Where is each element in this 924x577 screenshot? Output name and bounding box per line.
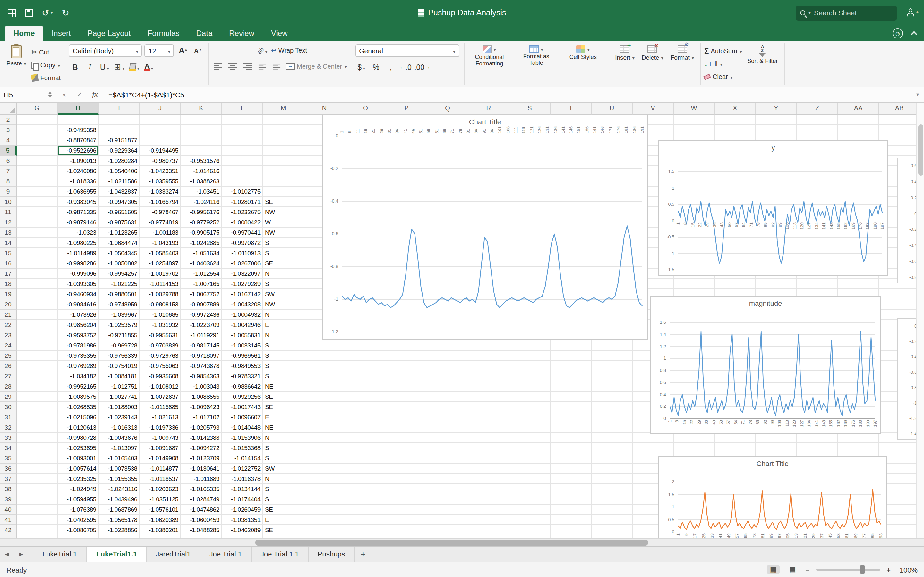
cell[interactable]: -1.0118537 [140, 474, 181, 484]
cell[interactable]: -1.0388263 [181, 176, 222, 187]
cell[interactable]: -0.9748959 [99, 300, 140, 309]
cell[interactable]: -1.014154 [222, 453, 263, 464]
cell[interactable] [140, 115, 181, 125]
cell[interactable]: -1.012554 [181, 269, 222, 279]
cell[interactable] [838, 279, 879, 289]
cell[interactable]: -1.0594955 [58, 494, 99, 504]
cell[interactable] [591, 412, 633, 422]
borders-button[interactable]: ⊞ [113, 61, 126, 73]
cell[interactable] [427, 515, 468, 525]
cell-styles-button[interactable]: Cell Styles [561, 44, 605, 61]
cell[interactable]: -1.013097 [99, 443, 140, 453]
cell[interactable]: -0.9779252 [181, 218, 222, 227]
cell[interactable] [304, 371, 345, 382]
cell[interactable] [591, 484, 633, 494]
cell[interactable] [140, 135, 181, 145]
cell[interactable] [591, 504, 633, 515]
cell[interactable] [17, 218, 58, 227]
name-box-stepper-icon[interactable] [48, 92, 52, 97]
font-name-select[interactable]: Calibri (Body) [69, 44, 142, 57]
cell[interactable]: -1.0130641 [181, 464, 222, 474]
cell[interactable] [468, 340, 509, 351]
column-header-X[interactable]: X [715, 103, 756, 115]
cell[interactable]: -0.9969561 [222, 351, 263, 361]
formula-input[interactable]: =$A$1*C4+(1-$A$1)*C5 [103, 87, 911, 102]
cell[interactable] [879, 125, 920, 135]
cell[interactable] [427, 361, 468, 371]
cell[interactable] [386, 464, 427, 474]
cell[interactable] [222, 166, 263, 176]
copy-caret-icon[interactable] [57, 61, 60, 69]
cell[interactable]: -1.051634 [181, 248, 222, 258]
cell[interactable]: SE [263, 525, 304, 535]
cell[interactable]: S [263, 351, 304, 361]
cell[interactable] [345, 443, 386, 453]
cell[interactable] [181, 125, 222, 135]
cell[interactable] [17, 320, 58, 330]
sheet-nav-right-icon[interactable]: ▶ [14, 547, 28, 562]
cell[interactable] [551, 443, 591, 453]
cell[interactable] [509, 433, 551, 443]
shrink-font-button[interactable]: A▾ [192, 45, 204, 57]
sheet-tab-joe-trial-1[interactable]: Joe Trial 1 [200, 547, 252, 562]
cell[interactable]: -1.0380201 [140, 525, 181, 535]
cell[interactable]: -1.001183 [140, 227, 181, 238]
cell[interactable]: -0.9783321 [222, 371, 263, 382]
cell[interactable]: -1.0235325 [58, 474, 99, 484]
column-header-Z[interactable]: Z [797, 103, 838, 115]
cell[interactable]: -1.0142388 [181, 433, 222, 443]
cell[interactable]: -1.024116 [181, 197, 222, 207]
cell[interactable] [591, 464, 633, 474]
cell[interactable] [591, 382, 633, 392]
cell[interactable]: -1.0094272 [181, 443, 222, 453]
cell[interactable] [797, 433, 838, 443]
sheet-tab-jaredtrial1[interactable]: JaredTrial1 [147, 547, 200, 562]
cell[interactable]: W [263, 218, 304, 227]
cell[interactable] [509, 494, 551, 504]
cell[interactable]: -1.018336 [58, 176, 99, 187]
cell[interactable] [17, 187, 58, 197]
ribbon-tab-review[interactable]: Review [221, 26, 263, 41]
cell[interactable]: -1.0211586 [99, 176, 140, 187]
cell[interactable] [427, 443, 468, 453]
cell[interactable]: -1.021613 [140, 412, 181, 422]
cell[interactable]: -1.0636955 [58, 187, 99, 197]
cell[interactable] [345, 494, 386, 504]
cell[interactable] [304, 504, 345, 515]
cell[interactable] [591, 433, 633, 443]
row-header-9[interactable]: 9 [0, 187, 17, 197]
cell[interactable] [386, 474, 427, 484]
cell[interactable] [509, 412, 551, 422]
cell[interactable] [468, 382, 509, 392]
row-header-6[interactable]: 6 [0, 156, 17, 166]
cell[interactable]: -1.0089575 [58, 392, 99, 402]
cell[interactable] [345, 340, 386, 351]
cell[interactable]: S [263, 443, 304, 453]
column-header-I[interactable]: I [99, 103, 140, 115]
decrease-indent-button[interactable] [256, 60, 268, 73]
cell[interactable] [386, 433, 427, 443]
cell[interactable] [427, 402, 468, 412]
cell[interactable] [591, 422, 633, 433]
cell[interactable] [17, 197, 58, 207]
cell[interactable] [17, 412, 58, 422]
cell[interactable] [304, 525, 345, 535]
ribbon-tab-formulas[interactable]: Formulas [139, 26, 188, 41]
cell[interactable] [222, 145, 263, 156]
cell[interactable]: -0.9151877 [99, 135, 140, 145]
chart-main[interactable]: Chart Title0-0.2-0.4-0.6-0.8-1-1.2161116… [322, 115, 648, 340]
ribbon-tab-page-layout[interactable]: Page Layout [79, 26, 139, 41]
cell[interactable] [509, 474, 551, 484]
cell[interactable] [509, 340, 551, 351]
cell[interactable]: -1.0423351 [140, 166, 181, 176]
cell[interactable]: -1.0114989 [58, 248, 99, 258]
cell[interactable] [427, 382, 468, 392]
format-cells-button[interactable]: Format [669, 44, 696, 61]
cell[interactable] [468, 402, 509, 412]
cell[interactable] [551, 402, 591, 412]
align-middle-button[interactable] [227, 44, 239, 56]
cell[interactable] [838, 125, 879, 135]
row-header-37[interactable]: 37 [0, 474, 17, 484]
cell[interactable] [468, 453, 509, 464]
cell[interactable] [468, 433, 509, 443]
